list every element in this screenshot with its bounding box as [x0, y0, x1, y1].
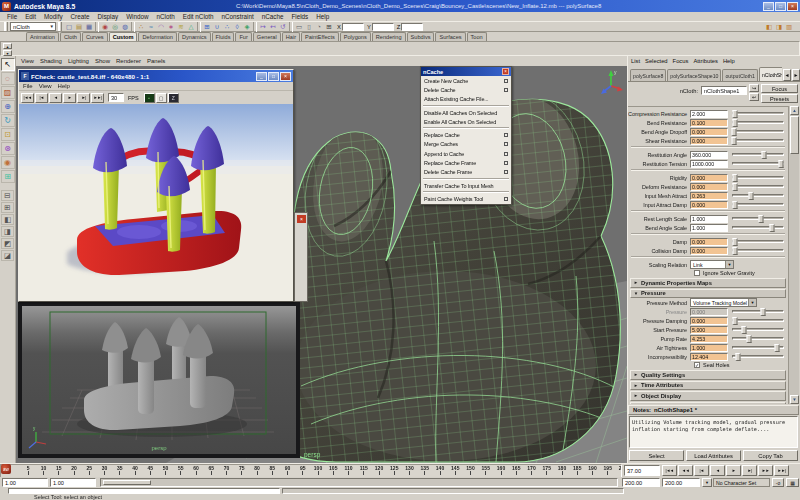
fcheck-maximize-button[interactable]: □ [268, 72, 279, 81]
scroll-up-icon[interactable]: ▲ [790, 106, 799, 115]
snap-plane-icon[interactable]: ◊ [232, 22, 242, 32]
ncache-menu-title-bar[interactable]: nCache × [421, 67, 511, 76]
attribute-value-input[interactable]: 0.000 [690, 128, 728, 136]
menu-item[interactable]: Display [94, 13, 121, 20]
attribute-editor-menu-item[interactable]: List [631, 58, 640, 64]
shelf-tab[interactable]: Subdivs [407, 32, 435, 41]
option-box-icon[interactable] [504, 197, 508, 201]
shelf-tab[interactable]: Animation [26, 32, 59, 41]
node-tab[interactable]: polySurfaceShape10 [667, 69, 721, 81]
toggle-channel-box-icon[interactable]: ▥ [784, 22, 794, 32]
character-set-dropdown[interactable]: No Character Set [713, 478, 770, 487]
slider-thumb[interactable] [779, 160, 784, 168]
ncache-menu-item[interactable]: Transfer Cache To Input Mesh [421, 181, 511, 190]
slider-thumb[interactable] [733, 110, 738, 118]
checkbox[interactable]: ✓ [694, 362, 700, 368]
soft-mod-tool[interactable]: ◉ [1, 156, 15, 169]
attribute-value-input[interactable]: 0.000 [690, 174, 728, 182]
scale-tool[interactable]: ⊡ [1, 128, 15, 141]
layout-outliner-persp[interactable]: ◪ [1, 250, 14, 261]
playback-button[interactable]: ►► [758, 465, 773, 476]
notes-header[interactable]: Notes:nClothShape1 * [628, 405, 799, 415]
close-icon[interactable]: × [502, 68, 509, 75]
attribute-value-input[interactable]: 0.000 [690, 247, 728, 255]
attribute-value-input[interactable]: 4.253 [690, 335, 728, 343]
coord-y-input[interactable] [372, 23, 394, 31]
layout-four-pane[interactable]: ⊞ [1, 202, 14, 213]
minimize-button[interactable]: _ [763, 2, 774, 11]
ncache-menu-item[interactable]: Enable All Caches On Selected [421, 117, 511, 126]
coord-x-input[interactable] [342, 23, 364, 31]
quick-selection-icon[interactable]: ⊞ [324, 22, 334, 32]
attribute-slider[interactable] [732, 217, 784, 220]
ncache-menu-item[interactable]: Create New Cache [421, 76, 511, 85]
mask-deformers-icon[interactable]: ∗ [166, 22, 176, 32]
ncache-menu-item[interactable]: Delete Cache Frame [421, 168, 511, 177]
playback-button[interactable]: ► [726, 465, 741, 476]
move-tool[interactable]: ⊕ [1, 100, 15, 113]
playback-button[interactable]: ◄◄ [678, 465, 693, 476]
notes-text-area[interactable]: Utilizing Volume tracking model, gradual… [629, 416, 798, 448]
playback-button[interactable]: |◄◄ [662, 465, 677, 476]
attribute-value-input[interactable]: 0.000 [690, 201, 728, 209]
attribute-editor-menu-item[interactable]: Selected [645, 58, 668, 64]
ncache-menu-item[interactable]: Replace Cache [421, 130, 511, 139]
snap-point-icon[interactable]: ∴ [222, 22, 232, 32]
shelf-tab[interactable]: Polygons [340, 32, 371, 41]
slider-thumb[interactable] [732, 201, 737, 209]
mask-dynamics-icon[interactable]: ≋ [176, 22, 186, 32]
attribute-section-header[interactable]: Quality Settings [630, 370, 786, 380]
slider-thumb[interactable] [736, 353, 741, 361]
close-button[interactable]: × [787, 2, 798, 11]
menu-item[interactable]: nCache [259, 13, 287, 20]
save-scene-icon[interactable]: ▦ [84, 22, 94, 32]
menu-item[interactable]: nConstraint [219, 13, 257, 20]
playback-button[interactable]: ◄ [710, 465, 725, 476]
attribute-slider[interactable] [732, 139, 784, 142]
mask-rendering-icon[interactable]: △ [186, 22, 196, 32]
attribute-section-header[interactable]: Time Attributes [630, 381, 786, 391]
attribute-section-header[interactable]: Object Display [630, 391, 786, 401]
render-current-frame-icon[interactable]: ▭ [294, 22, 304, 32]
playback-start-input[interactable]: 1.00 [50, 478, 96, 487]
range-slider-handle[interactable] [103, 480, 151, 485]
focus-button[interactable]: Focus [761, 84, 798, 93]
option-box-icon[interactable] [504, 133, 508, 137]
shelf-tab[interactable]: Hair [282, 32, 300, 41]
menu-item[interactable]: nCloth [154, 13, 178, 20]
make-live-icon[interactable]: ◈ [242, 22, 252, 32]
slider-thumb[interactable] [762, 151, 767, 159]
attribute-section-header[interactable]: Node Behavior [630, 402, 786, 405]
option-box-icon[interactable] [504, 170, 508, 174]
option-box-icon[interactable] [504, 88, 508, 92]
slider-thumb[interactable] [733, 119, 738, 127]
paint-select-tool[interactable]: ▨ [1, 86, 15, 99]
attribute-value-input[interactable]: 1.000 [690, 224, 728, 232]
mask-points-icon[interactable]: ∴ [136, 22, 146, 32]
attribute-slider[interactable] [732, 121, 784, 124]
rotate-tool[interactable]: ↻ [1, 114, 15, 127]
fps-input[interactable]: 30 [108, 93, 124, 102]
select-tool[interactable]: ↖ [1, 58, 15, 71]
attribute-value-input[interactable]: 360.000 [690, 151, 728, 159]
attribute-editor-menu-item[interactable]: Help [723, 58, 735, 64]
attribute-slider[interactable] [732, 346, 784, 349]
shelf-tab[interactable]: General [253, 32, 281, 41]
attribute-slider[interactable] [732, 185, 784, 188]
mask-curves-icon[interactable]: ≈ [146, 22, 156, 32]
slider-thumb[interactable] [732, 183, 737, 191]
playback-button[interactable]: ►►| [774, 465, 789, 476]
animation-end-input[interactable]: 200.00 [662, 478, 700, 487]
attribute-slider[interactable] [732, 162, 784, 165]
viewport-menu-item[interactable]: Shading [40, 58, 62, 64]
attribute-slider[interactable] [732, 153, 784, 156]
ncache-menu-item[interactable]: Merge Caches [421, 140, 511, 149]
attribute-slider[interactable] [732, 203, 784, 206]
secondary-viewport-panel[interactable]: y persp [18, 302, 300, 458]
maximize-button[interactable]: □ [775, 2, 786, 11]
node-tab[interactable]: outputCloth1 [722, 69, 757, 81]
attribute-value-input[interactable]: 0.000 [690, 238, 728, 246]
viewport-menu-item[interactable]: Renderer [116, 58, 141, 64]
open-scene-icon[interactable]: ▤ [74, 22, 84, 32]
fcheck-playback-button[interactable]: ►| [77, 93, 90, 103]
